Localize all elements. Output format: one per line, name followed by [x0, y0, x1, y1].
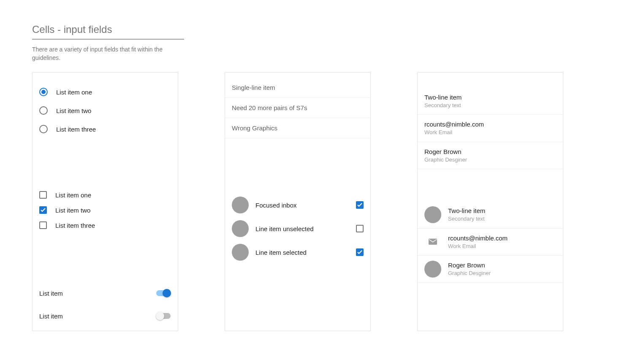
spacer: [33, 138, 178, 177]
avatar-icon: [424, 206, 441, 223]
card-single-line: Single-line item Need 20 more pairs of S…: [225, 72, 371, 331]
list-item-label: Single-line item: [232, 84, 275, 91]
card-controls: List item one List item two List item th…: [32, 72, 178, 331]
avatar-label: Line item unselected: [255, 225, 356, 232]
list-item[interactable]: Need 20 more pairs of S7s: [225, 98, 370, 118]
secondary-text: Work Email: [448, 243, 556, 250]
leading-icon: [424, 261, 441, 278]
radio-checked-icon: [39, 88, 48, 96]
radio-unchecked-icon: [39, 125, 48, 133]
leading-icon: [424, 206, 441, 223]
switch-label: List item: [39, 290, 63, 297]
secondary-text: Graphic Desginer: [448, 270, 556, 277]
primary-text: rcounts@nimble.com: [424, 120, 556, 129]
secondary-text: Secondary text: [424, 102, 556, 109]
page-title: Cells - input fields: [32, 24, 184, 40]
spacer: [418, 169, 563, 201]
leading-icon: [424, 238, 441, 245]
checkbox-item-2[interactable]: List item two: [39, 202, 171, 218]
radio-item-3[interactable]: List item three: [39, 120, 171, 138]
two-line-item[interactable]: rcounts@nimble.com Work Email: [418, 115, 563, 142]
avatar-checkbox-list: Focused inbox Line item unselected Line …: [225, 193, 370, 264]
secondary-text: Graphic Desginer: [424, 156, 556, 164]
checkbox-item-3[interactable]: List item three: [39, 218, 171, 233]
avatar-item-3[interactable]: Line item selected: [225, 240, 370, 264]
two-line-icon-item[interactable]: rcounts@nimble.com Work Email: [418, 229, 563, 256]
svg-rect-0: [429, 239, 437, 245]
checkbox-unchecked-icon[interactable]: [356, 225, 364, 232]
two-line-icon-item[interactable]: Roger Brown Graphic Desginer: [418, 256, 563, 283]
two-line-item[interactable]: Roger Brown Graphic Desginer: [418, 142, 563, 169]
email-icon: [428, 238, 437, 245]
avatar-item-2[interactable]: Line item unselected: [225, 217, 370, 240]
radio-unchecked-icon: [39, 106, 48, 115]
switch-item-2[interactable]: List item: [39, 305, 171, 327]
avatar-icon: [232, 244, 249, 261]
checkbox-checked-icon[interactable]: [356, 201, 364, 209]
switch-label: List item: [39, 313, 63, 320]
checkbox-item-1[interactable]: List item one: [39, 187, 171, 202]
checkbox-checked-icon: [39, 206, 47, 214]
secondary-text: Secondary text: [448, 215, 556, 223]
switch-item-1[interactable]: List item: [39, 282, 171, 305]
primary-text: rcounts@nimble.com: [448, 234, 556, 243]
avatar-item-1[interactable]: Focused inbox: [225, 193, 370, 217]
two-line-item[interactable]: Two-line item Secondary text: [418, 88, 563, 115]
cards-row: List item one List item two List item th…: [32, 72, 609, 331]
avatar-label: Line item selected: [255, 249, 356, 256]
primary-text: Roger Brown: [424, 147, 556, 156]
radio-item-1[interactable]: List item one: [39, 83, 171, 101]
switch-off-icon[interactable]: [156, 312, 171, 320]
card-two-line: Two-line item Secondary text rcounts@nim…: [417, 72, 563, 331]
avatar-label: Focused inbox: [255, 202, 356, 209]
checkbox-checked-icon[interactable]: [356, 248, 364, 256]
header-section: Cells - input fields There are a variety…: [32, 24, 609, 62]
two-line-icon-list: Two-line item Secondary text rcounts@nim…: [418, 201, 563, 283]
secondary-text: Work Email: [424, 129, 556, 136]
single-line-list: Single-line item Need 20 more pairs of S…: [225, 73, 370, 138]
list-item[interactable]: Single-line item: [225, 78, 370, 98]
radio-label: List item two: [56, 107, 91, 114]
checkbox-label: List item two: [55, 207, 90, 214]
avatar-icon: [232, 220, 249, 237]
spacer: [225, 138, 370, 193]
page-description: There are a variety of input fields that…: [32, 46, 167, 62]
avatar-icon: [232, 197, 249, 213]
checkbox-unchecked-icon: [39, 221, 47, 229]
two-line-list: Two-line item Secondary text rcounts@nim…: [418, 73, 563, 169]
checkbox-label: List item three: [55, 222, 95, 229]
primary-text: Roger Brown: [448, 261, 556, 270]
primary-text: Two-line item: [424, 93, 556, 102]
spacer: [33, 233, 178, 272]
primary-text: Two-line item: [448, 206, 556, 215]
checkbox-label: List item one: [55, 191, 91, 199]
radio-label: List item three: [56, 126, 96, 133]
radio-item-2[interactable]: List item two: [39, 101, 171, 120]
list-item-label: Need 20 more pairs of S7s: [232, 104, 307, 111]
two-line-icon-item[interactable]: Two-line item Secondary text: [418, 201, 563, 229]
radio-label: List item one: [56, 89, 92, 96]
list-item-label: Wrong Graphics: [232, 124, 277, 132]
avatar-icon: [424, 261, 441, 278]
switch-on-icon[interactable]: [156, 289, 171, 297]
checkbox-unchecked-icon: [39, 191, 47, 199]
list-item[interactable]: Wrong Graphics: [225, 118, 370, 138]
